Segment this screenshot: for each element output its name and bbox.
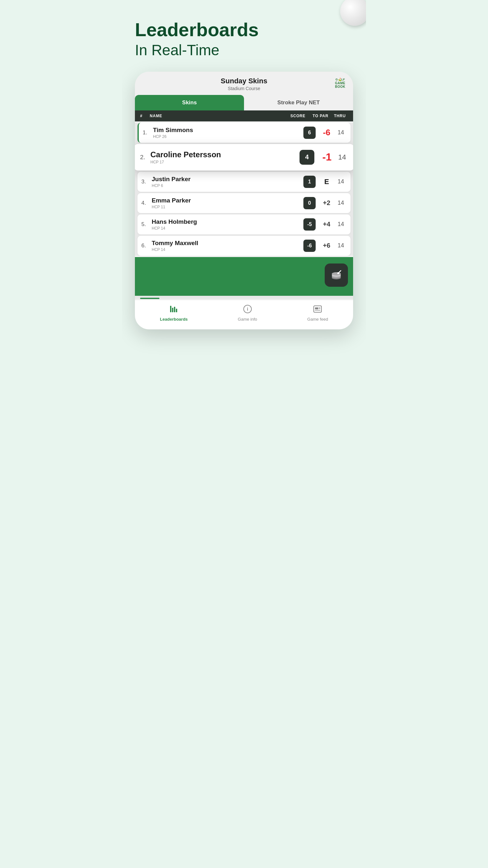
score-badge: -6 bbox=[303, 240, 316, 252]
phone-mockup: Sunday Skins Stadium Course G⛳LF GAME BO… bbox=[135, 72, 353, 330]
app-subtitle: Stadium Course bbox=[221, 86, 267, 91]
row-info: Hans Holmberg HCP 14 bbox=[152, 218, 303, 230]
row-hcp: HCP 11 bbox=[152, 205, 303, 209]
th-thru: THRU bbox=[332, 114, 348, 118]
th-score: SCORE bbox=[287, 114, 309, 118]
th-topar: TO PAR bbox=[309, 114, 332, 118]
svg-rect-6 bbox=[170, 306, 171, 312]
tab-stroke-play-net[interactable]: Stroke Play NET bbox=[244, 95, 353, 111]
row-info: Tim Simmons HCP 26 bbox=[153, 127, 303, 139]
game-feed-icon bbox=[313, 305, 322, 315]
svg-rect-13 bbox=[315, 307, 318, 309]
row-name: Justin Parker bbox=[152, 176, 303, 183]
nav-item-leaderboards[interactable]: Leaderboards bbox=[160, 305, 188, 321]
green-section bbox=[135, 257, 353, 296]
leaderboard-body: 1. Tim Simmons HCP 26 6 -6 14 2. Carolin… bbox=[135, 123, 353, 256]
game-info-icon: i bbox=[243, 305, 252, 315]
row-name: Tommy Maxwell bbox=[152, 240, 303, 247]
score-badge: 4 bbox=[299, 150, 314, 165]
topar-value: E bbox=[318, 178, 335, 186]
score-value: 4 bbox=[305, 153, 308, 161]
score-value: 6 bbox=[308, 130, 311, 135]
th-rank: # bbox=[140, 114, 150, 118]
score-value: -5 bbox=[307, 221, 312, 227]
svg-point-3 bbox=[332, 272, 341, 275]
table-row[interactable]: 5. Hans Holmberg HCP 14 -5 +4 14 bbox=[137, 214, 351, 235]
thru-value: 14 bbox=[335, 178, 347, 185]
logo-golf: G⛳LF bbox=[336, 78, 345, 82]
score-badge: 0 bbox=[303, 197, 316, 209]
headline: Leaderboards bbox=[135, 20, 353, 40]
row-hcp: HCP 26 bbox=[153, 134, 303, 139]
nav-label-leaderboards: Leaderboards bbox=[160, 317, 188, 321]
svg-rect-9 bbox=[176, 309, 177, 312]
row-info: Emma Parker HCP 11 bbox=[152, 197, 303, 209]
topar-value: +4 bbox=[318, 221, 335, 228]
table-row[interactable]: 4. Emma Parker HCP 11 0 +2 14 bbox=[137, 193, 351, 213]
table-row[interactable]: 6. Tommy Maxwell HCP 14 -6 +6 14 bbox=[137, 236, 351, 256]
logo-book: BOOK bbox=[335, 85, 345, 89]
topar-value: -6 bbox=[318, 128, 335, 137]
row-name: Hans Holmberg bbox=[152, 218, 303, 225]
row-hcp: HCP 14 bbox=[152, 226, 303, 230]
row-info: Caroline Petersson HCP 17 bbox=[151, 150, 299, 164]
row-name: Tim Simmons bbox=[153, 127, 303, 134]
score-value: 1 bbox=[308, 179, 311, 185]
nav-label-game-info: Game info bbox=[238, 317, 257, 321]
chips-icon[interactable] bbox=[325, 264, 348, 287]
app-title: Sunday Skins bbox=[221, 77, 267, 85]
svg-text:i: i bbox=[247, 306, 248, 312]
table-row[interactable]: 1. Tim Simmons HCP 26 6 -6 14 bbox=[137, 123, 351, 143]
row-rank: 1. bbox=[143, 129, 153, 136]
svg-line-4 bbox=[339, 271, 341, 273]
row-hcp: HCP 14 bbox=[152, 247, 303, 252]
app-logo: G⛳LF GAME BOOK bbox=[335, 78, 345, 89]
table-row[interactable]: 2. Caroline Petersson HCP 17 4 -1 14 bbox=[135, 144, 353, 170]
score-badge: 1 bbox=[303, 176, 316, 188]
row-name: Emma Parker bbox=[152, 197, 303, 204]
leaderboards-icon bbox=[169, 305, 178, 315]
topar-value: +2 bbox=[318, 199, 335, 207]
bottom-nav: Leaderboards i Game info bbox=[135, 300, 353, 330]
score-value: 0 bbox=[308, 200, 311, 206]
nav-item-game-feed[interactable]: Game feed bbox=[307, 305, 328, 321]
row-rank: 6. bbox=[141, 243, 152, 249]
highlighted-row-wrapper: 2. Caroline Petersson HCP 17 4 -1 14 bbox=[135, 144, 353, 170]
nav-item-game-info[interactable]: i Game info bbox=[238, 305, 257, 321]
th-name: NAME bbox=[150, 114, 287, 118]
thru-value: 14 bbox=[335, 199, 347, 206]
row-info: Justin Parker HCP 6 bbox=[152, 176, 303, 188]
tab-skins[interactable]: Skins bbox=[135, 95, 244, 111]
thru-value: 14 bbox=[335, 242, 347, 249]
page-wrapper: Leaderboards In Real-Time Sunday Skins S… bbox=[122, 0, 366, 355]
thru-value: 14 bbox=[335, 129, 347, 136]
logo-game: GAME bbox=[335, 82, 345, 85]
row-rank: 3. bbox=[141, 179, 152, 185]
score-badge: -5 bbox=[303, 218, 316, 230]
nav-label-game-feed: Game feed bbox=[307, 317, 328, 321]
thru-value: 14 bbox=[336, 153, 348, 161]
app-header: Sunday Skins Stadium Course G⛳LF GAME BO… bbox=[135, 72, 353, 95]
svg-point-5 bbox=[337, 272, 339, 274]
row-rank: 5. bbox=[141, 221, 152, 228]
row-hcp: HCP 17 bbox=[151, 160, 299, 164]
topar-value: -1 bbox=[318, 151, 336, 163]
tabs-container: Skins Stroke Play NET bbox=[135, 95, 353, 111]
row-rank: 4. bbox=[141, 200, 152, 206]
svg-rect-8 bbox=[174, 307, 175, 312]
app-header-center: Sunday Skins Stadium Course bbox=[221, 77, 267, 91]
topar-value: +6 bbox=[318, 242, 335, 249]
row-rank: 2. bbox=[140, 154, 151, 161]
scroll-indicator-container bbox=[135, 296, 353, 299]
table-header: # NAME SCORE TO PAR THRU bbox=[135, 111, 353, 121]
scroll-indicator bbox=[140, 298, 159, 299]
row-info: Tommy Maxwell HCP 14 bbox=[152, 240, 303, 252]
subheadline: In Real-Time bbox=[135, 41, 353, 59]
table-row[interactable]: 3. Justin Parker HCP 6 1 E 14 bbox=[137, 172, 351, 192]
row-name: Caroline Petersson bbox=[151, 150, 299, 159]
score-badge: 6 bbox=[303, 127, 316, 139]
row-hcp: HCP 6 bbox=[152, 183, 303, 188]
score-value: -6 bbox=[307, 243, 312, 249]
thru-value: 14 bbox=[335, 221, 347, 228]
svg-rect-7 bbox=[172, 308, 173, 312]
